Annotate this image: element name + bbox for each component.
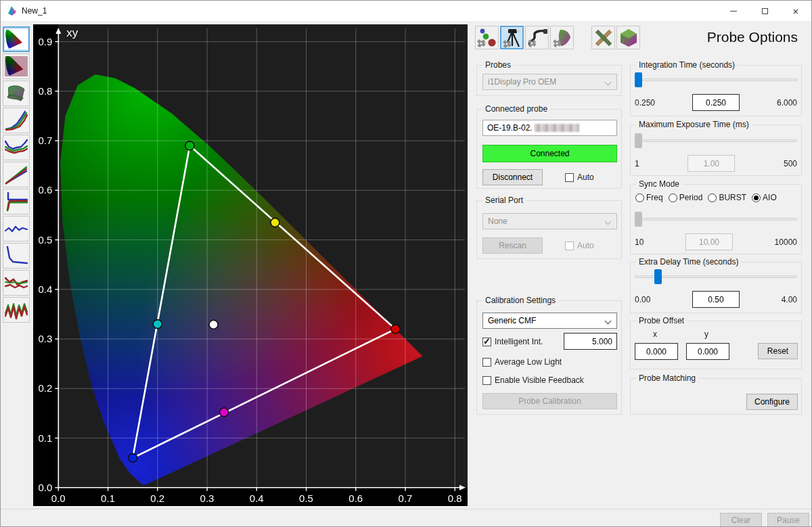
chevron-down-icon xyxy=(605,79,612,86)
calibration-settings-group: Calibration Settings Generic CMF Intelli… xyxy=(476,300,622,415)
offset-x-field[interactable]: 0.000 xyxy=(635,343,678,360)
max-exposure-label: Maximum Exposure Time (ms) xyxy=(636,120,752,129)
probe-matching-group: Probe Matching Configure xyxy=(630,378,802,415)
minimize-button[interactable] xyxy=(718,1,749,21)
sidebar-item-cie-uv-chart[interactable] xyxy=(3,53,30,79)
maximize-button[interactable] xyxy=(749,1,780,21)
probe-id-field[interactable]: OE-19.B-02. xyxy=(482,120,617,136)
probe-select-dropdown[interactable]: i1Display Pro OEM xyxy=(482,74,617,90)
integration-value-field[interactable]: 0.250 xyxy=(692,94,740,111)
svg-text:0.2: 0.2 xyxy=(150,492,164,504)
pause-button[interactable]: Pause xyxy=(767,513,809,527)
toolbar-measure-tools-button[interactable] xyxy=(591,26,615,49)
svg-text:0.8: 0.8 xyxy=(448,492,462,504)
sidebar-item-rgb-jagged[interactable] xyxy=(3,270,30,296)
connected-probe-group-label: Connected probe xyxy=(482,104,550,114)
serial-port-dropdown[interactable]: None xyxy=(482,213,617,229)
sync-mode-label: Sync Mode xyxy=(636,179,682,189)
sync-mode-radio-aio[interactable]: AIO xyxy=(752,193,777,202)
radio-label: Freq xyxy=(646,193,663,202)
integration-time-slider[interactable] xyxy=(635,72,797,87)
svg-text:xy: xy xyxy=(66,26,78,39)
offset-y-field[interactable]: 0.000 xyxy=(686,343,729,360)
slider-thumb[interactable] xyxy=(654,269,662,284)
profiling-options-icon xyxy=(477,28,497,48)
serial-auto-checkbox[interactable]: Auto xyxy=(565,240,594,251)
sidebar-item-rgb-balance-curves[interactable] xyxy=(3,135,30,160)
svg-text:0.4: 0.4 xyxy=(250,492,264,504)
sync-mode-radio-burst[interactable]: BURST xyxy=(708,193,746,202)
intelligent-int-value-field[interactable]: 5.000 xyxy=(564,333,617,350)
reset-button[interactable]: Reset xyxy=(758,343,798,359)
page-title: Probe Options xyxy=(650,29,798,45)
average-low-light-checkbox[interactable]: Average Low Light xyxy=(482,357,562,367)
connection-status-badge: Connected xyxy=(482,145,617,162)
slider-thumb[interactable] xyxy=(635,72,642,87)
sidebar-item-rgb-zigzag[interactable] xyxy=(3,297,30,323)
toolbar-probe-options-button[interactable] xyxy=(500,26,524,49)
sidebar-item-cie-xy-chart[interactable] xyxy=(3,26,30,52)
svg-text:0.3: 0.3 xyxy=(38,333,52,344)
configure-button[interactable]: Configure xyxy=(746,394,798,410)
sidebar-item-decay-curve[interactable] xyxy=(3,243,30,269)
max-exposure-max-label: 500 xyxy=(784,159,797,168)
toolbar-gamut-options-button[interactable] xyxy=(550,26,574,49)
integration-max-label: 6.000 xyxy=(777,98,797,108)
red-primary-marker xyxy=(391,325,400,334)
slider-thumb[interactable] xyxy=(635,212,642,227)
slider-track xyxy=(635,139,797,142)
green-primary-marker xyxy=(185,141,194,150)
extra-delay-value-field[interactable]: 0.50 xyxy=(692,291,740,308)
sidebar-item-luminance-wave[interactable] xyxy=(3,216,30,242)
sidebar-item-gamma-curves[interactable] xyxy=(3,108,30,133)
sync-mode-radio-freq[interactable]: Freq xyxy=(635,193,663,202)
cie-chromaticity-chart[interactable]: 0.00.10.20.30.40.50.60.70.80.00.10.20.30… xyxy=(33,24,468,506)
max-exposure-value-field[interactable]: 1.00 xyxy=(687,155,735,172)
sidebar-item-rgb-linearity[interactable] xyxy=(3,162,30,187)
probe-id-value: OE-19.B-02. xyxy=(487,123,533,133)
radio-label: AIO xyxy=(763,193,777,202)
serial-port-group-label: Serial Port xyxy=(482,196,526,205)
close-icon: × xyxy=(793,6,799,16)
integration-min-label: 0.250 xyxy=(635,98,655,108)
slider-thumb[interactable] xyxy=(635,133,642,148)
svg-text:0.9: 0.9 xyxy=(38,36,52,47)
extra-delay-slider[interactable] xyxy=(635,269,797,284)
toolbar-connection-options-button[interactable] xyxy=(525,26,549,49)
probe-calibration-button[interactable]: Probe Calibration xyxy=(482,393,617,409)
sync-slider[interactable] xyxy=(635,212,797,227)
disconnect-button[interactable]: Disconnect xyxy=(482,169,543,185)
sidebar-item-rgb-convergence[interactable] xyxy=(3,189,30,214)
sync-mode-radios: FreqPeriodBURSTAIO xyxy=(635,193,777,202)
probe-auto-checkbox[interactable]: Auto xyxy=(565,172,594,183)
svg-text:0.7: 0.7 xyxy=(38,135,52,146)
chart-type-sidebar xyxy=(3,26,31,324)
integration-time-group: Integration Time (seconds) 0.250 0.250 6… xyxy=(630,65,802,116)
maximize-icon xyxy=(762,8,768,14)
rgb-jagged-icon xyxy=(5,273,28,293)
sidebar-item-gamut-3d[interactable] xyxy=(3,81,30,106)
probes-group-label: Probes xyxy=(482,60,514,70)
sync-mode-radio-period[interactable]: Period xyxy=(669,193,703,202)
color-cube-icon xyxy=(618,28,639,48)
rescan-button[interactable]: Rescan xyxy=(482,237,543,254)
toolbar-color-cube-button[interactable] xyxy=(616,26,640,49)
rgb-balance-curves-icon xyxy=(5,137,28,158)
status-bar: Clear Pause xyxy=(1,509,811,527)
sync-value-field[interactable]: 10.00 xyxy=(685,233,733,250)
radio-ring xyxy=(708,193,717,202)
probe-offset-group: Probe Offset x y 0.000 0.000 Reset xyxy=(630,321,802,369)
checkbox-box xyxy=(565,242,574,250)
close-button[interactable]: × xyxy=(780,1,811,21)
enable-visible-feedback-checkbox[interactable]: Enable Visible Feedback xyxy=(482,375,584,386)
cmf-dropdown[interactable]: Generic CMF xyxy=(482,313,617,329)
toolbar-profiling-options-button[interactable] xyxy=(475,26,499,49)
svg-text:0.4: 0.4 xyxy=(38,283,52,295)
window-title: New_1 xyxy=(22,6,47,16)
radio-label: Period xyxy=(679,193,703,202)
max-exposure-slider[interactable] xyxy=(635,133,797,148)
intelligent-int-checkbox[interactable]: Intelligent Int. xyxy=(482,336,543,347)
extra-delay-min-label: 0.00 xyxy=(635,295,650,304)
clear-button[interactable]: Clear xyxy=(720,513,762,527)
svg-text:0.1: 0.1 xyxy=(101,492,115,504)
